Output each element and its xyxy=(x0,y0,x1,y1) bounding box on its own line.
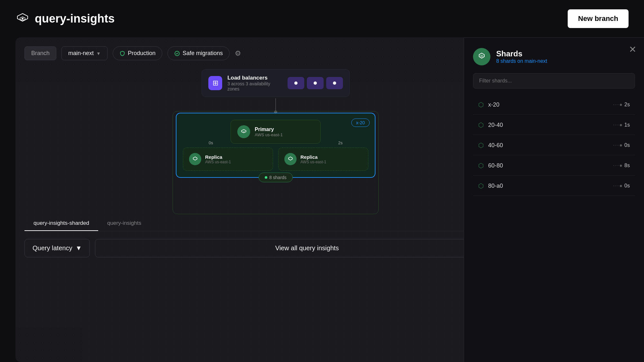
shard-latency-value: 2s xyxy=(624,102,630,108)
view-insights-button[interactable]: View all query insights xyxy=(95,239,519,257)
shield-icon xyxy=(119,51,125,56)
settings-button[interactable]: ⚙ xyxy=(235,49,241,58)
latency-dots: ···● xyxy=(613,163,623,168)
shards-count-badge: 8 shards xyxy=(259,173,293,182)
branch-row: Branch main-next ▼ Production Sa xyxy=(24,46,527,60)
header: query-insights New branch xyxy=(0,0,644,37)
primary-title: Primary xyxy=(255,127,283,132)
shard-name: x-20 xyxy=(488,101,613,108)
check-circle-icon xyxy=(174,51,180,56)
tab-sharded[interactable]: query-insights-sharded xyxy=(24,216,98,231)
replica-node-1: Replica AWS us-east-1 xyxy=(183,148,273,171)
shard-name: 60-80 xyxy=(488,162,613,169)
shards-subtitle: 8 shards on main-next xyxy=(496,58,547,64)
shards-header: Shards 8 shards on main-next xyxy=(473,48,635,65)
branch-label: Branch xyxy=(24,46,56,60)
query-latency-label: Query latency xyxy=(33,244,72,252)
x20-badge: x-20 xyxy=(351,119,370,127)
shard-latency: ···● 2s xyxy=(613,102,630,108)
replica2-text: Replica AWS us-east-1 xyxy=(300,154,326,164)
shard-item[interactable]: ⬡ x-20 ···● 2s xyxy=(473,95,635,115)
shard-icon: ⬡ xyxy=(478,141,484,149)
shard-icon: ⬡ xyxy=(478,162,484,169)
primary-node-text: Primary AWS us-east-1 xyxy=(255,127,283,137)
latency-dots: ···● xyxy=(613,142,623,148)
primary-db-icon xyxy=(237,125,250,138)
shard-icon: ⬡ xyxy=(478,121,484,129)
replica1-db-icon xyxy=(189,153,201,165)
production-badge[interactable]: Production xyxy=(113,46,162,60)
close-button[interactable]: ✕ xyxy=(629,44,636,55)
safe-migrations-label: Safe migrations xyxy=(183,50,223,57)
shard-latency-value: 1s xyxy=(624,122,630,128)
lb-node-2 xyxy=(307,77,324,89)
load-balancers-box: ⊞ Load balancers 3 across 3 availability… xyxy=(202,69,350,97)
branch-select-value: main-next xyxy=(68,50,94,57)
branch-select[interactable]: main-next ▼ xyxy=(62,46,108,60)
topology-diagram: ⊞ Load balancers 3 across 3 availability… xyxy=(24,69,527,205)
shard-item[interactable]: ⬡ 80-a0 ···● 0s xyxy=(473,176,635,196)
shards-title: Shards 8 shards on main-next xyxy=(496,49,547,64)
connector-line xyxy=(275,98,276,111)
shard-item[interactable]: ⬡ 60-80 ···● 8s xyxy=(473,156,635,176)
tab-insights[interactable]: query-insights xyxy=(98,216,150,231)
latency-dots: ···● xyxy=(613,183,623,189)
shard-latency: ···● 0s xyxy=(613,183,630,189)
shard-container[interactable]: x-20 Primary AWS us-east-1 xyxy=(176,113,375,178)
shard-item[interactable]: ⬡ 20-40 ···● 1s xyxy=(473,115,635,135)
replica2-region: AWS us-east-1 xyxy=(300,160,326,164)
replica-row: 0s 2s Replica AWS us-east-1 xyxy=(183,148,368,171)
replica2-title: Replica xyxy=(300,154,326,160)
shard-name: 40-60 xyxy=(488,142,613,149)
replica2-db-icon xyxy=(284,153,297,165)
shard-latency: ···● 1s xyxy=(613,122,630,128)
latency-right: 2s xyxy=(338,140,343,145)
bottom-bar: Query latency ▼ View all query insights xyxy=(24,239,519,257)
replica1-region: AWS us-east-1 xyxy=(205,160,231,164)
shard-item[interactable]: ⬡ 40-60 ···● 0s xyxy=(473,136,635,155)
new-branch-button[interactable]: New branch xyxy=(568,9,629,28)
shard-latency-value: 0s xyxy=(624,183,630,189)
replica-node-2: Replica AWS us-east-1 xyxy=(278,148,368,171)
lb-text: Load balancers 3 across 3 availability z… xyxy=(227,75,282,91)
latency-dots: ···● xyxy=(613,102,623,108)
replica1-title: Replica xyxy=(205,154,231,160)
load-balancer-icon: ⊞ xyxy=(208,76,222,90)
primary-node: Primary AWS us-east-1 xyxy=(231,120,321,144)
tabs-row: query-insights-sharded query-insights xyxy=(24,216,519,231)
shards-subtitle-text: 8 shards on xyxy=(496,58,523,64)
chevron-down-icon: ▼ xyxy=(75,244,82,252)
shard-latency-value: 8s xyxy=(624,163,630,168)
safe-migrations-badge[interactable]: Safe migrations xyxy=(167,46,230,60)
lb-title: Load balancers xyxy=(227,75,282,81)
shard-icon: ⬡ xyxy=(478,101,484,109)
shards-dot xyxy=(265,176,267,179)
shards-icon xyxy=(473,48,490,65)
shard-name: 80-a0 xyxy=(488,183,613,189)
shard-name: 20-40 xyxy=(488,122,613,129)
shard-latency: ···● 0s xyxy=(613,142,630,148)
logo-icon xyxy=(15,12,30,26)
shards-panel-title: Shards xyxy=(496,49,547,58)
shard-icon: ⬡ xyxy=(478,182,484,190)
db-card: Branch main-next ▼ Production Sa xyxy=(15,37,536,362)
header-left: query-insights xyxy=(15,12,115,26)
latency-dots: ···● xyxy=(613,122,623,128)
shard-list: ⬡ x-20 ···● 2s ⬡ 20-40 ···● 1s ⬡ 40-60 ·… xyxy=(473,95,635,196)
lb-node-3 xyxy=(326,77,343,89)
shards-panel: ✕ Shards 8 shards on main-next ⬡ x-20 ··… xyxy=(464,37,644,362)
primary-region: AWS us-east-1 xyxy=(255,132,283,137)
lb-node-1 xyxy=(288,77,304,89)
lb-subtitle: 3 across 3 availability zones xyxy=(227,81,282,91)
latency-left: 0s xyxy=(209,140,213,145)
shards-branch-link[interactable]: main-next xyxy=(525,58,547,64)
filter-shards-input[interactable] xyxy=(473,73,635,89)
app-title: query-insights xyxy=(35,12,115,25)
shards-count-label: 8 shards xyxy=(269,175,287,180)
production-label: Production xyxy=(128,50,156,57)
shard-latency: ···● 8s xyxy=(613,163,630,168)
svg-point-1 xyxy=(22,18,24,20)
replica1-text: Replica AWS us-east-1 xyxy=(205,154,231,164)
shard-latency-value: 0s xyxy=(624,142,630,148)
query-latency-button[interactable]: Query latency ▼ xyxy=(24,239,90,257)
